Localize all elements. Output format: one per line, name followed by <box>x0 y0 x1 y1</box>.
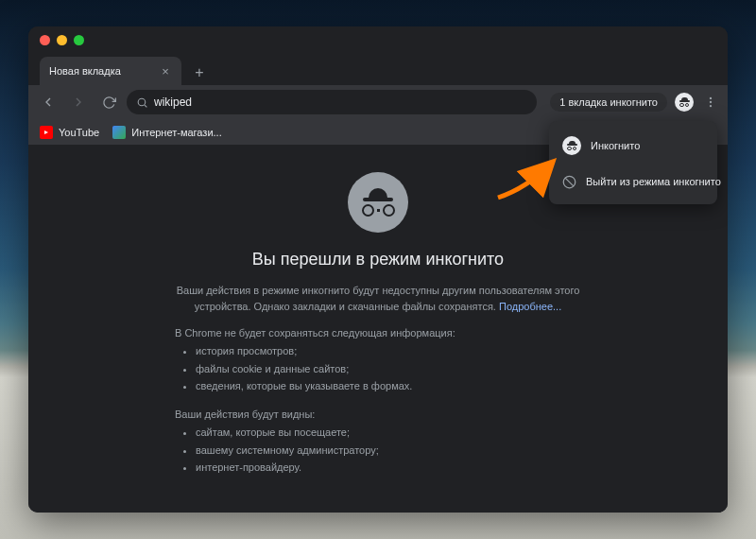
search-icon <box>136 96 148 109</box>
new-tab-button[interactable]: + <box>187 61 212 85</box>
annotation-arrow <box>493 155 559 206</box>
browser-tab[interactable]: Новая вкладка × <box>40 57 181 85</box>
maximize-window-button[interactable] <box>74 35 84 45</box>
popup-profile-row[interactable]: Инкогнито <box>549 127 717 165</box>
page-title: Вы перешли в режим инкогнито <box>252 250 504 270</box>
list-item: интернет-провайдеру. <box>196 459 581 477</box>
browser-toolbar: wikiped 1 вкладка инкогнито <box>28 85 728 119</box>
incognito-hero-icon <box>348 172 408 233</box>
list-item: история просмотров; <box>196 342 581 360</box>
incognito-profile-icon[interactable] <box>675 93 694 112</box>
youtube-icon <box>40 126 53 139</box>
popup-profile-label: Инкогнито <box>591 140 640 151</box>
svg-line-6 <box>565 178 574 186</box>
window-titlebar <box>28 26 728 53</box>
browser-menu-button[interactable] <box>701 93 720 112</box>
list-item: сведения, которые вы указываете в формах… <box>196 377 581 395</box>
list-item: вашему системному администратору; <box>196 442 581 460</box>
close-window-button[interactable] <box>40 35 50 45</box>
incognito-tab-count-badge[interactable]: 1 вкладка инкогнито <box>550 93 667 112</box>
svg-point-4 <box>710 105 712 107</box>
learn-more-link[interactable]: Подробнее... <box>499 301 561 312</box>
not-saved-heading: В Chrome не будет сохраняться следующая … <box>175 327 581 339</box>
list-item: файлы cookie и данные сайтов; <box>196 360 581 378</box>
bookmark-label: YouTube <box>59 127 99 138</box>
bookmark-store[interactable]: Интернет-магази... <box>112 126 221 139</box>
close-tab-button[interactable]: × <box>159 64 172 78</box>
bookmark-label: Интернет-магази... <box>131 127 221 138</box>
reload-button[interactable] <box>96 90 121 114</box>
visible-list: сайтам, которые вы посещаете; вашему сис… <box>175 424 581 477</box>
svg-point-3 <box>710 101 712 103</box>
store-icon <box>112 126 126 139</box>
incognito-icon <box>562 136 581 155</box>
address-bar[interactable]: wikiped <box>127 90 537 114</box>
window-controls <box>40 35 84 45</box>
not-saved-list: история просмотров; файлы cookie и данны… <box>175 342 581 395</box>
browser-window: Новая вкладка × + wikiped 1 вкладка инко… <box>28 26 728 513</box>
exit-icon <box>562 172 576 191</box>
list-item: сайтам, которые вы посещаете; <box>196 424 581 442</box>
forward-button[interactable] <box>66 90 91 114</box>
exit-incognito-label: Выйти из режима инкогнито <box>586 176 721 187</box>
svg-point-0 <box>138 98 146 106</box>
back-button[interactable] <box>36 90 60 114</box>
exit-incognito-button[interactable]: Выйти из режима инкогнито <box>549 165 717 199</box>
profile-popup: Инкогнито Выйти из режима инкогнито <box>549 121 717 204</box>
tab-strip: Новая вкладка × + <box>28 53 728 85</box>
svg-point-2 <box>710 97 712 99</box>
minimize-window-button[interactable] <box>57 35 67 45</box>
svg-line-1 <box>145 105 146 107</box>
tab-title: Новая вкладка <box>49 65 121 77</box>
bookmark-youtube[interactable]: YouTube <box>40 126 99 139</box>
address-text: wikiped <box>154 96 192 109</box>
page-description: Ваши действия в режиме инкогнито будут н… <box>175 283 581 314</box>
visible-heading: Ваши действия будут видны: <box>175 409 581 420</box>
